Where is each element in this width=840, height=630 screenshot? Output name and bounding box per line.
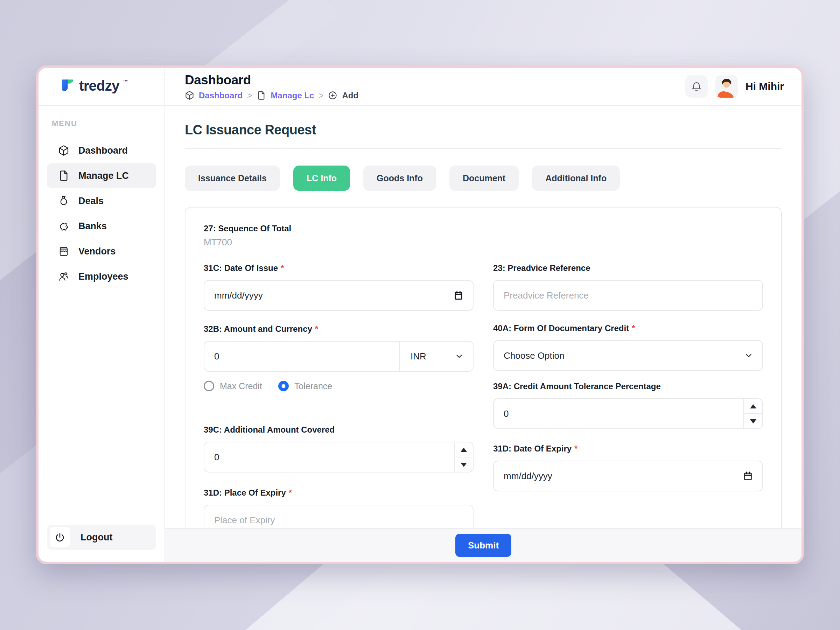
field-place-of-expiry: 31D: Place Of Expiry* [204, 488, 474, 528]
field-label: 32B: Amount and Currency* [204, 324, 474, 334]
sidebar-nav: Dashboard Manage LC [38, 138, 164, 289]
calendar-icon[interactable] [743, 471, 753, 481]
file-icon [58, 170, 69, 181]
sequence-of-total-label: 27: Sequence Of Total [204, 224, 763, 234]
field-label: 31D: Date Of Expiry* [493, 444, 763, 453]
piggybank-icon [58, 221, 69, 232]
amount-input[interactable]: 0 INR [204, 341, 474, 372]
cube-icon [58, 145, 69, 156]
tab-document[interactable]: Document [449, 166, 519, 191]
breadcrumb-separator: > [247, 91, 252, 101]
spin-up-button[interactable] [455, 442, 473, 458]
date-of-issue-input[interactable]: mm/dd/yyyy [204, 280, 474, 311]
page-content: LC Issuance Request Issuance Details LC … [165, 106, 802, 528]
amount-type-radios: Max Credit Tolerance [204, 381, 474, 391]
spin-down-button[interactable] [455, 458, 473, 472]
label-text: 23: Preadvice Reference [493, 263, 591, 273]
field-additional-amount: 39C: Additional Amount Covered 0 [204, 425, 474, 472]
top-header: Dashboard Dashboard > [165, 68, 802, 106]
users-icon [58, 271, 69, 282]
field-form-of-credit: 40A: Form Of Documentary Credit* Choose … [493, 324, 763, 371]
bell-icon [691, 81, 702, 92]
triangle-up-icon [750, 404, 756, 409]
spin-down-button[interactable] [744, 414, 762, 428]
chevron-down-icon [744, 351, 753, 360]
additional-amount-input[interactable]: 0 [204, 442, 474, 472]
header-right: Hi Mihir [685, 75, 784, 98]
logout-button[interactable]: Logout [47, 525, 156, 550]
required-mark: * [315, 324, 318, 333]
radio-tolerance[interactable]: Tolerance [278, 381, 332, 391]
breadcrumb-link-dashboard[interactable]: Dashboard [199, 91, 243, 101]
menu-section-label: MENU [52, 119, 164, 128]
sidebar-item-vendors[interactable]: Vendors [47, 239, 156, 264]
field-label: 39A: Credit Amount Tolerance Percentage [493, 382, 763, 391]
tredzy-logo-icon [60, 78, 76, 95]
tab-additional-info[interactable]: Additional Info [532, 166, 620, 191]
header-title: Dashboard [185, 73, 358, 87]
tolerance-percentage-input[interactable]: 0 [493, 398, 763, 429]
number-spinners [744, 399, 762, 428]
brand-logo[interactable]: tredzy ™ [60, 78, 128, 95]
sidebar-item-deals[interactable]: Deals [47, 188, 156, 213]
date-of-expiry-input[interactable]: mm/dd/yyyy [493, 461, 763, 491]
breadcrumb-link-manage-lc[interactable]: Manage Lc [270, 91, 314, 101]
radio-label: Tolerance [294, 381, 332, 391]
storefront-icon [58, 246, 69, 257]
required-mark: * [632, 324, 635, 333]
radio-max-credit[interactable]: Max Credit [204, 381, 262, 391]
breadcrumb: Dashboard > Manage Lc > [185, 91, 358, 101]
desktop-background: tredzy ™ MENU Dashboard [0, 0, 840, 630]
form-of-credit-select[interactable]: Choose Option [493, 340, 763, 371]
form-footer: Submit [165, 528, 802, 562]
form-column-right: 23: Preadvice Reference 40A: Form Of Doc… [493, 263, 763, 491]
spin-up-button[interactable] [744, 399, 762, 414]
tab-issuance-details[interactable]: Issuance Details [185, 166, 280, 191]
calendar-icon[interactable] [453, 290, 464, 301]
sidebar-spacer [38, 289, 164, 525]
field-amount-currency: 32B: Amount and Currency* 0 INR [204, 324, 474, 372]
label-text: 39A: Credit Amount Tolerance Percentage [493, 382, 661, 391]
triangle-up-icon [461, 448, 467, 452]
sidebar-item-dashboard[interactable]: Dashboard [47, 138, 156, 163]
required-mark: * [281, 263, 284, 273]
field-label: 31D: Place Of Expiry* [204, 488, 474, 498]
sidebar: tredzy ™ MENU Dashboard [38, 68, 165, 562]
field-date-of-issue: 31C: Date Of Issue* mm/dd/yyyy [204, 263, 474, 311]
sidebar-item-manage-lc[interactable]: Manage LC [47, 163, 156, 188]
divider [185, 148, 782, 149]
sidebar-item-banks[interactable]: Banks [47, 213, 156, 239]
tab-goods-info[interactable]: Goods Info [363, 166, 436, 191]
notifications-button[interactable] [685, 75, 708, 98]
date-value: mm/dd/yyyy [504, 471, 743, 482]
brand-name: tredzy [79, 78, 119, 94]
label-text: 31C: Date Of Issue [204, 263, 278, 273]
chevron-down-icon [455, 352, 464, 361]
sidebar-item-label: Manage LC [78, 171, 129, 181]
label-text: 31D: Date Of Expiry [493, 444, 572, 453]
tab-lc-info[interactable]: LC Info [293, 166, 350, 191]
radio-unselected-icon [204, 381, 214, 391]
preadvice-reference-input[interactable] [493, 280, 763, 311]
trademark-symbol: ™ [123, 78, 128, 84]
user-avatar[interactable] [715, 75, 738, 98]
lc-info-form-card: 27: Sequence Of Total MT700 31C: Date Of… [185, 207, 782, 528]
sequence-of-total-value: MT700 [204, 237, 763, 248]
radio-label: Max Credit [220, 381, 262, 391]
submit-button[interactable]: Submit [455, 534, 512, 557]
sidebar-item-label: Deals [78, 196, 104, 207]
place-of-expiry-input[interactable] [204, 505, 474, 528]
label-text: 40A: Form Of Documentary Credit [493, 324, 629, 333]
currency-select[interactable]: INR [399, 342, 473, 371]
field-tolerance-percentage: 39A: Credit Amount Tolerance Percentage … [493, 382, 763, 429]
moneybag-icon [58, 195, 69, 207]
sidebar-item-employees[interactable]: Employees [47, 264, 156, 289]
sidebar-logo-area: tredzy ™ [38, 68, 164, 106]
label-text: 31D: Place Of Expiry [204, 488, 286, 497]
form-grid: 31C: Date Of Issue* mm/dd/yyyy [204, 263, 763, 528]
label-text: 39C: Additional Amount Covered [204, 425, 335, 434]
file-icon [257, 91, 266, 100]
field-label: 31C: Date Of Issue* [204, 263, 474, 273]
field-label: 40A: Form Of Documentary Credit* [493, 324, 763, 333]
power-icon [50, 527, 70, 547]
